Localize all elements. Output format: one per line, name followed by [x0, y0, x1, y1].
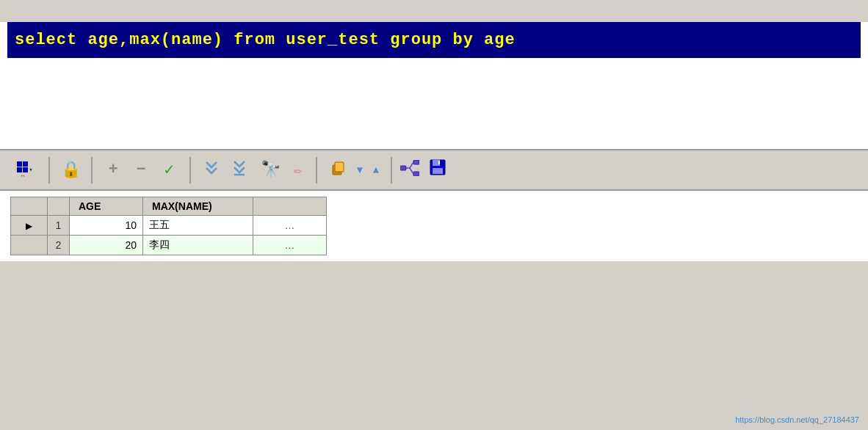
row-indicator-1: ▶ — [11, 216, 48, 236]
add-icon: + — [108, 161, 117, 179]
tri-up-button[interactable]: ▲ — [369, 158, 383, 183]
separator-2 — [91, 157, 93, 183]
row-1-age[interactable]: 10 — [70, 216, 143, 236]
separator-5 — [391, 157, 392, 183]
lock-button[interactable]: 🔒 — [57, 158, 84, 183]
row-2-ellipsis[interactable]: … — [253, 236, 327, 255]
table-row[interactable]: 2 20 李四 … — [11, 236, 327, 255]
row-num-1: 1 — [48, 216, 70, 236]
row-indicator-2 — [11, 236, 48, 255]
svg-line-8 — [410, 168, 413, 174]
tri-up-icon: ▲ — [373, 164, 379, 176]
scroll-end-button[interactable] — [226, 158, 253, 183]
confirm-button[interactable]: ✓ — [156, 158, 182, 183]
col-header-maxname[interactable]: MAX(NAME) — [143, 197, 253, 216]
toolbar-group-copy: ▼ ▲ — [322, 158, 386, 183]
row-num-2: 2 — [48, 236, 70, 255]
toolbar-group-lock: 🔒 — [54, 158, 87, 183]
svg-rect-2 — [335, 162, 344, 172]
svg-rect-11 — [433, 168, 443, 174]
copy-icon — [330, 160, 346, 181]
toolbar: ↔ ▾ 🔒 + − ✓ — [0, 150, 868, 191]
pencil-icon: ✏️ — [294, 161, 303, 179]
network-icon — [400, 160, 419, 180]
svg-rect-5 — [413, 172, 419, 176]
binoculars-icon: 🔭 — [261, 160, 281, 180]
separator-4 — [316, 157, 317, 183]
toolbar-group-edit: + − ✓ — [97, 158, 185, 183]
network-button[interactable] — [397, 158, 423, 183]
separator-3 — [189, 157, 191, 183]
scroll-bottom-icon — [204, 160, 219, 181]
data-grid-container: AGE MAX(NAME) ▶ 1 10 王五 … 2 20 李四 — [0, 191, 868, 261]
row-1-ellipsis[interactable]: … — [253, 216, 327, 236]
minus-icon: − — [136, 161, 145, 179]
scroll-end-icon — [232, 160, 247, 181]
separator-1 — [48, 157, 50, 183]
scroll-bottom-button[interactable] — [198, 158, 225, 183]
svg-line-7 — [410, 162, 413, 168]
svg-rect-3 — [400, 166, 406, 170]
col-header-indicator — [11, 197, 48, 216]
col-header-age[interactable]: AGE — [70, 197, 143, 216]
add-button[interactable]: + — [100, 158, 126, 183]
row-arrow-icon: ▶ — [26, 221, 32, 231]
watermark: https://blog.csdn.net/qq_27184437 — [735, 415, 859, 424]
save-icon — [429, 158, 446, 181]
save-button[interactable] — [424, 158, 451, 183]
remove-button[interactable]: − — [128, 158, 154, 183]
row-1-name[interactable]: 王五 — [143, 216, 253, 236]
toolbar-group-scroll — [195, 158, 256, 183]
table-row[interactable]: ▶ 1 10 王五 … — [11, 216, 327, 236]
grid-toggle-button[interactable]: ↔ ▾ — [9, 158, 41, 183]
lock-icon: 🔒 — [61, 160, 81, 180]
svg-rect-4 — [413, 160, 419, 164]
copy-button[interactable] — [325, 158, 351, 183]
col-header-extra — [253, 197, 327, 216]
search-button[interactable]: 🔭 — [257, 158, 283, 183]
tri-down-icon: ▼ — [357, 164, 363, 176]
row-2-name[interactable]: 李四 — [143, 236, 253, 255]
clear-button[interactable]: ✏️ — [285, 158, 311, 183]
row-2-age[interactable]: 20 — [70, 236, 143, 255]
sql-editor[interactable]: select age,max(name) from user_test grou… — [0, 22, 868, 150]
data-grid: AGE MAX(NAME) ▶ 1 10 王五 … 2 20 李四 — [10, 197, 327, 255]
check-icon: ✓ — [164, 160, 173, 180]
svg-rect-12 — [438, 161, 440, 164]
col-header-rownum — [48, 197, 70, 216]
tri-down-button[interactable]: ▼ — [352, 158, 367, 183]
sql-query: select age,max(name) from user_test grou… — [7, 22, 861, 58]
toolbar-group-grid: ↔ ▾ — [6, 158, 44, 183]
